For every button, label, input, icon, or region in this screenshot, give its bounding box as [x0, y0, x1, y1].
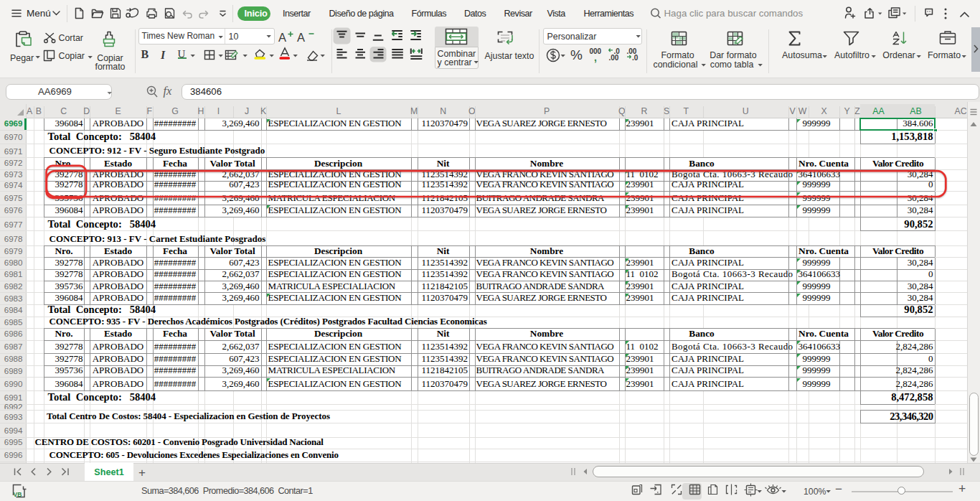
- svg-text:VB: VB: [14, 491, 22, 498]
